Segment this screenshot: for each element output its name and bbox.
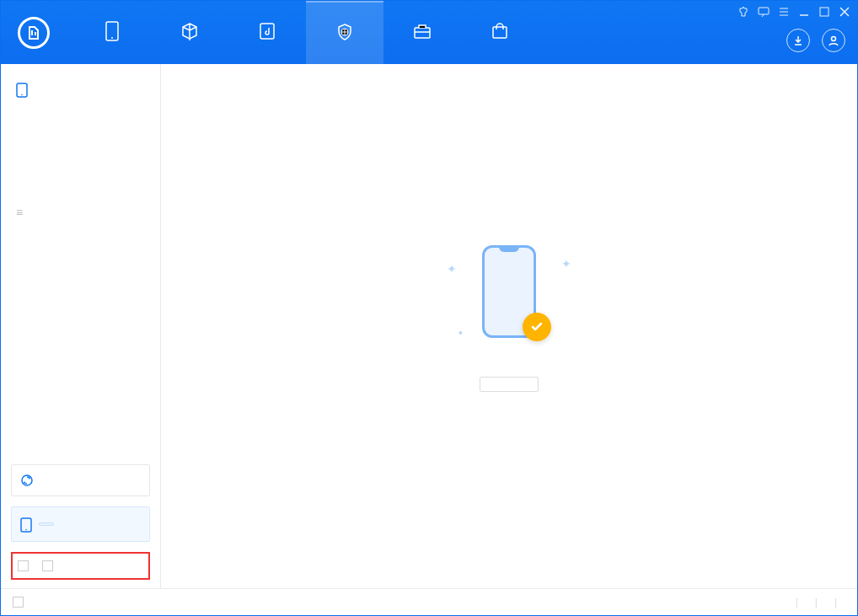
minimize-icon[interactable] <box>798 6 810 18</box>
sidebar-item-download-firmware[interactable] <box>1 248 160 268</box>
success-illustration: ✦ ✦ • <box>442 245 576 346</box>
skin-icon[interactable] <box>737 6 749 18</box>
music-icon <box>257 21 277 41</box>
sidebar-item-itunes-flash[interactable] <box>1 106 160 126</box>
sidebar-section-title <box>1 74 160 106</box>
sidebar-section-flash <box>1 64 160 187</box>
svg-point-7 <box>832 37 836 41</box>
body: ≡ <box>1 64 857 588</box>
sidebar-item-advanced[interactable] <box>1 268 160 288</box>
cube-icon <box>180 21 200 41</box>
skip-guide-checkbox[interactable] <box>42 560 56 571</box>
menu-icon[interactable] <box>778 6 790 18</box>
device-box[interactable] <box>11 506 150 542</box>
sidebar: ≡ <box>1 64 161 588</box>
logo <box>1 17 73 49</box>
download-button[interactable] <box>786 29 810 52</box>
mode-box[interactable] <box>11 464 150 496</box>
device-icon <box>102 21 122 41</box>
auto-activate-checkbox[interactable] <box>18 560 32 571</box>
svg-point-12 <box>25 529 27 531</box>
svg-point-9 <box>21 94 23 96</box>
svg-rect-3 <box>415 28 430 38</box>
list-icon: ≡ <box>16 206 23 219</box>
nav-smart-flash[interactable] <box>306 1 383 64</box>
nav-tabs <box>73 1 539 64</box>
maximize-icon[interactable] <box>818 6 830 18</box>
nav-my-device[interactable] <box>73 1 151 64</box>
sidebar-section-more: ≡ <box>1 187 160 288</box>
sparkle-icon: ✦ <box>447 262 457 276</box>
main-content: ✦ ✦ • <box>161 64 857 588</box>
checkbox-row <box>11 552 150 580</box>
storage-badge <box>39 522 54 526</box>
nav-ringtone-wallpaper[interactable] <box>228 1 306 64</box>
footer: | | | <box>1 588 857 615</box>
nav-store[interactable] <box>461 1 539 64</box>
footer-right: | | | <box>787 597 845 608</box>
user-button[interactable] <box>822 29 845 52</box>
phone-icon <box>20 517 32 533</box>
svg-rect-6 <box>820 8 829 16</box>
window-controls <box>737 6 850 18</box>
toolbox-icon <box>412 21 432 41</box>
sparkle-icon: ✦ <box>561 257 571 271</box>
cart-icon <box>490 21 510 41</box>
svg-point-1 <box>111 37 113 39</box>
footer-left <box>13 597 27 608</box>
header <box>1 1 857 64</box>
refresh-icon <box>20 474 34 487</box>
svg-rect-4 <box>493 27 507 38</box>
app-window: ≡ <box>0 0 858 616</box>
sidebar-item-batch-flash[interactable] <box>1 167 160 187</box>
sidebar-item-pro-flash[interactable] <box>1 147 160 167</box>
close-icon[interactable] <box>839 6 850 18</box>
nav-apps-games[interactable] <box>151 1 228 64</box>
check-icon <box>523 313 551 341</box>
feedback-icon[interactable] <box>758 6 770 18</box>
sparkle-icon: • <box>458 326 463 340</box>
sidebar-item-oneclick-flash[interactable] <box>1 126 160 147</box>
logo-icon <box>18 17 50 49</box>
sidebar-section-title: ≡ <box>1 197 160 228</box>
ok-button[interactable] <box>480 377 539 392</box>
phone-icon <box>16 83 28 98</box>
sidebar-item-other-tools[interactable] <box>1 228 160 248</box>
shield-icon <box>335 22 355 42</box>
header-right <box>786 29 845 52</box>
nav-toolbox[interactable] <box>383 1 461 64</box>
svg-rect-5 <box>759 8 769 14</box>
block-itunes-checkbox[interactable] <box>13 597 27 608</box>
